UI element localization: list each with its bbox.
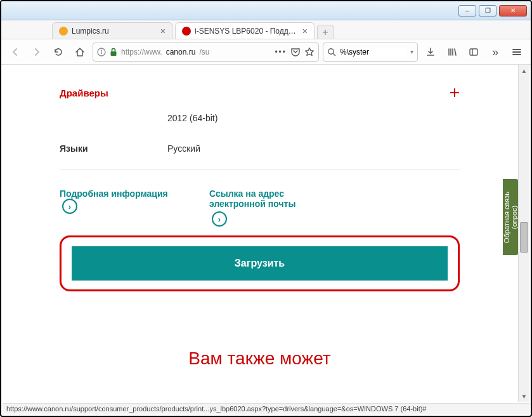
email-link[interactable]: Ссылка на адрес электронной почты › [209, 189, 323, 227]
favicon-icon [182, 27, 191, 36]
new-tab-button[interactable]: + [317, 25, 334, 39]
svg-line-5 [333, 53, 335, 56]
menu-button[interactable] [508, 43, 526, 61]
os-value: 2012 (64-bit) [167, 113, 460, 123]
svg-rect-3 [111, 51, 117, 56]
page-viewport: Драйверы + 2012 (64-bit) Языки Русский П… [3, 65, 517, 402]
status-bar: https://www.canon.ru/support/consumer_pr… [3, 403, 529, 414]
tab-canon[interactable]: i-SENSYS LBP6020 - Поддержка × [175, 22, 315, 39]
page-actions-icon[interactable]: ••• [275, 48, 287, 56]
highlight-annotation: Загрузить [60, 235, 460, 291]
related-heading: Вам также может [60, 348, 460, 369]
chevron-down-icon[interactable]: ▾ [410, 48, 413, 55]
tab-label: i-SENSYS LBP6020 - Поддержка [195, 27, 299, 36]
window-minimize-button[interactable]: – [458, 5, 476, 17]
more-info-label: Подробная информация [60, 189, 168, 199]
chevron-right-icon: › [212, 211, 227, 227]
reload-button[interactable] [49, 43, 67, 61]
home-button[interactable] [71, 43, 89, 61]
language-label: Языки [60, 143, 167, 154]
language-value: Русский [167, 143, 460, 154]
url-host: canon.ru [166, 48, 196, 56]
lock-icon[interactable] [110, 48, 117, 56]
tab-label: Lumpics.ru [72, 27, 157, 36]
more-info-link[interactable]: Подробная информация › [60, 189, 174, 227]
svg-point-4 [328, 48, 334, 53]
section-title: Драйверы [60, 88, 108, 98]
back-button[interactable] [6, 43, 24, 61]
downloads-button[interactable] [422, 43, 439, 61]
bookmark-star-icon[interactable] [304, 47, 315, 57]
search-icon [327, 48, 336, 56]
pocket-icon[interactable] [290, 47, 301, 57]
info-icon[interactable] [97, 48, 106, 56]
tab-lumpics[interactable]: Lumpics.ru × [52, 22, 172, 39]
window-close-button[interactable]: ✕ [499, 5, 527, 17]
favicon-icon [59, 27, 68, 36]
search-bar[interactable]: ▾ [323, 43, 418, 62]
scrollbar-thumb[interactable] [520, 222, 528, 253]
email-link-label: Ссылка на адрес электронной почты [209, 189, 295, 209]
search-input[interactable] [340, 48, 406, 56]
download-button[interactable]: Загрузить [72, 246, 448, 281]
browser-toolbar: https://www.canon.ru/su ••• ▾ » [1, 39, 531, 65]
scrollbar-vertical[interactable]: ▲ ▼ [518, 65, 529, 402]
svg-rect-6 [470, 49, 477, 55]
library-button[interactable] [443, 43, 461, 61]
expand-plus-icon[interactable]: + [450, 84, 460, 102]
window-maximize-button[interactable]: ❐ [479, 5, 496, 17]
close-icon[interactable]: × [160, 27, 165, 36]
scroll-down-icon[interactable]: ▼ [519, 390, 529, 402]
chevron-right-icon: › [62, 199, 77, 214]
sidebar-button[interactable] [465, 43, 483, 61]
svg-rect-2 [101, 51, 101, 54]
forward-button[interactable] [28, 43, 46, 61]
scroll-up-icon[interactable]: ▲ [519, 65, 529, 76]
tab-strip: Lumpics.ru × i-SENSYS LBP6020 - Поддержк… [1, 20, 531, 39]
url-prefix: https://www. [121, 48, 162, 56]
url-path: /su [199, 48, 209, 56]
address-bar[interactable]: https://www.canon.ru/su ••• [93, 43, 319, 62]
feedback-tab[interactable]: Обратная связь (опрос) [503, 179, 518, 255]
svg-point-1 [101, 50, 102, 51]
divider [60, 169, 460, 169]
window-titlebar: – ❐ ✕ [1, 1, 531, 20]
close-icon[interactable]: × [302, 27, 308, 36]
overflow-button[interactable]: » [486, 43, 504, 61]
scrollbar-track[interactable] [519, 76, 529, 390]
